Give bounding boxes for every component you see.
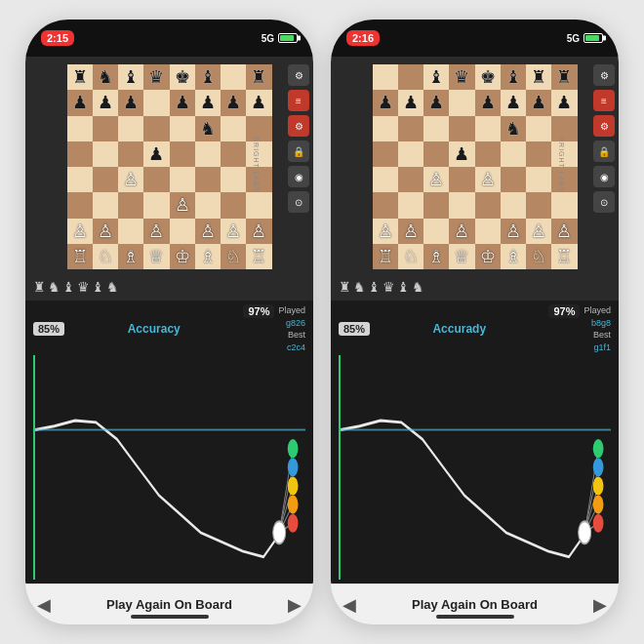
- board1-cell-6-1[interactable]: ♙: [93, 219, 118, 244]
- board2-cell-0-4[interactable]: ♚: [475, 64, 501, 90]
- board2-cell-1-2[interactable]: ♟: [423, 90, 449, 115]
- board2-cell-6-1[interactable]: ♙: [398, 219, 423, 244]
- board2-cell-1-6[interactable]: ♟: [526, 90, 551, 115]
- board2-cell-6-5[interactable]: ♙: [501, 219, 526, 244]
- board1-cell-1-0[interactable]: ♟: [67, 90, 93, 115]
- board1-cell-2-6[interactable]: [221, 116, 246, 141]
- board2-cell-5-0[interactable]: [373, 192, 398, 218]
- board1-cell-7-2[interactable]: ♗: [118, 244, 143, 269]
- board1-cell-3-0[interactable]: [67, 141, 93, 167]
- phone-2-settings-icon[interactable]: ⚙: [593, 64, 615, 86]
- board1-cell-1-5[interactable]: ♟: [195, 90, 221, 115]
- board2-cell-5-5[interactable]: [501, 192, 526, 218]
- board1-cell-6-0[interactable]: ♙: [67, 219, 93, 244]
- board2-cell-7-2[interactable]: ♗: [423, 244, 449, 269]
- phone-2-prev-arrow[interactable]: ◀: [342, 594, 356, 616]
- board2-cell-7-6[interactable]: ♘: [526, 244, 551, 269]
- board2-cell-3-5[interactable]: [501, 141, 526, 167]
- board1-cell-7-1[interactable]: ♘: [93, 244, 118, 269]
- board2-cell-1-3[interactable]: [449, 90, 474, 115]
- board1-cell-3-2[interactable]: [118, 141, 143, 167]
- board2-cell-3-4[interactable]: [475, 141, 501, 167]
- board1-cell-4-0[interactable]: [67, 167, 93, 192]
- phone-1-red-icon[interactable]: ≡: [288, 90, 309, 111]
- phone-2-icon5[interactable]: ⊙: [593, 191, 615, 213]
- board1-cell-7-6[interactable]: ♘: [221, 244, 246, 269]
- board2-cell-3-1[interactable]: [398, 141, 423, 167]
- board1-cell-5-3[interactable]: [143, 192, 169, 218]
- board2-cell-6-6[interactable]: ♙: [526, 219, 551, 244]
- phone-2-red-icon[interactable]: ≡: [593, 90, 615, 111]
- board2-cell-5-6[interactable]: [526, 192, 551, 218]
- phone-2-lock-icon[interactable]: 🔒: [593, 141, 615, 162]
- board1-cell-0-7[interactable]: ♜: [246, 64, 271, 90]
- board1-cell-5-4[interactable]: ♙: [170, 192, 195, 218]
- board1-cell-2-3[interactable]: [143, 116, 169, 141]
- board1-cell-3-6[interactable]: [221, 141, 246, 167]
- board2-cell-0-7[interactable]: ♜: [551, 64, 577, 90]
- board2-cell-0-1[interactable]: [398, 64, 423, 90]
- phone-1-red2-icon[interactable]: ⚙: [288, 115, 309, 137]
- board1-cell-7-0[interactable]: ♖: [67, 244, 93, 269]
- board2-cell-0-0[interactable]: [373, 64, 398, 90]
- board1-cell-5-1[interactable]: [93, 192, 118, 218]
- board1-cell-7-7[interactable]: ♖: [246, 244, 271, 269]
- phone-1-lock-icon[interactable]: 🔒: [288, 141, 309, 162]
- board2-cell-1-4[interactable]: ♟: [475, 90, 501, 115]
- board1-cell-6-5[interactable]: ♙: [195, 219, 221, 244]
- phone-1-icon4[interactable]: ◉: [288, 166, 309, 187]
- board1-cell-0-5[interactable]: ♝: [195, 64, 221, 90]
- board2-cell-5-1[interactable]: [398, 192, 423, 218]
- board2-cell-6-4[interactable]: [475, 219, 501, 244]
- board1-cell-6-2[interactable]: [118, 219, 143, 244]
- board2-cell-1-0[interactable]: ♟: [373, 90, 398, 115]
- board2-cell-2-2[interactable]: [423, 116, 449, 141]
- board2-cell-5-7[interactable]: [551, 192, 577, 218]
- board1-cell-6-6[interactable]: ♙: [221, 219, 246, 244]
- board2-cell-2-0[interactable]: [373, 116, 398, 141]
- board2-cell-3-0[interactable]: [373, 141, 398, 167]
- board1-cell-2-5[interactable]: ♞: [195, 116, 221, 141]
- board1-cell-5-0[interactable]: [67, 192, 93, 218]
- board2-cell-1-5[interactable]: ♟: [501, 90, 526, 115]
- board1-cell-5-6[interactable]: [221, 192, 246, 218]
- board2-cell-7-3[interactable]: ♕: [449, 244, 474, 269]
- board2-cell-5-2[interactable]: [423, 192, 449, 218]
- board1-cell-6-4[interactable]: [170, 219, 195, 244]
- board2-cell-4-4[interactable]: ♙: [475, 167, 501, 192]
- board2-cell-7-7[interactable]: ♖: [551, 244, 577, 269]
- board2-cell-2-6[interactable]: [526, 116, 551, 141]
- board1-cell-2-2[interactable]: [118, 116, 143, 141]
- board2-cell-7-4[interactable]: ♔: [475, 244, 501, 269]
- board1-cell-1-7[interactable]: ♟: [246, 90, 271, 115]
- phone-1-settings-icon[interactable]: ⚙: [288, 64, 309, 86]
- phone-1-prev-arrow[interactable]: ◀: [37, 594, 51, 616]
- phone-2-play-again[interactable]: Play Again On Board: [412, 597, 538, 612]
- board1-cell-0-2[interactable]: ♝: [118, 64, 143, 90]
- board2-cell-6-3[interactable]: ♙: [449, 219, 474, 244]
- board1-cell-1-4[interactable]: ♟: [170, 90, 195, 115]
- board1-cell-4-1[interactable]: [93, 167, 118, 192]
- board2-cell-4-1[interactable]: [398, 167, 423, 192]
- board1-cell-6-7[interactable]: ♙: [246, 219, 271, 244]
- phone-2-icon4[interactable]: ◉: [593, 166, 615, 187]
- board2-cell-4-5[interactable]: [501, 167, 526, 192]
- board2-cell-1-7[interactable]: ♟: [551, 90, 577, 115]
- board1-cell-3-3[interactable]: ♟: [143, 141, 169, 167]
- board2-cell-6-2[interactable]: [423, 219, 449, 244]
- board1-cell-3-1[interactable]: [93, 141, 118, 167]
- board1-cell-2-0[interactable]: [67, 116, 93, 141]
- board2-cell-3-2[interactable]: [423, 141, 449, 167]
- board2-cell-5-3[interactable]: [449, 192, 474, 218]
- board2-cell-0-3[interactable]: ♛: [449, 64, 474, 90]
- board2-cell-2-5[interactable]: ♞: [501, 116, 526, 141]
- board2-cell-2-1[interactable]: [398, 116, 423, 141]
- board1-cell-1-6[interactable]: ♟: [221, 90, 246, 115]
- board1-cell-0-0[interactable]: ♜: [67, 64, 93, 90]
- board2-cell-3-3[interactable]: ♟: [449, 141, 474, 167]
- board1-cell-0-6[interactable]: [221, 64, 246, 90]
- board1-cell-5-7[interactable]: [246, 192, 271, 218]
- board1-cell-0-4[interactable]: ♚: [170, 64, 195, 90]
- board1-cell-5-2[interactable]: [118, 192, 143, 218]
- phone-2-next-arrow[interactable]: ▶: [593, 594, 607, 616]
